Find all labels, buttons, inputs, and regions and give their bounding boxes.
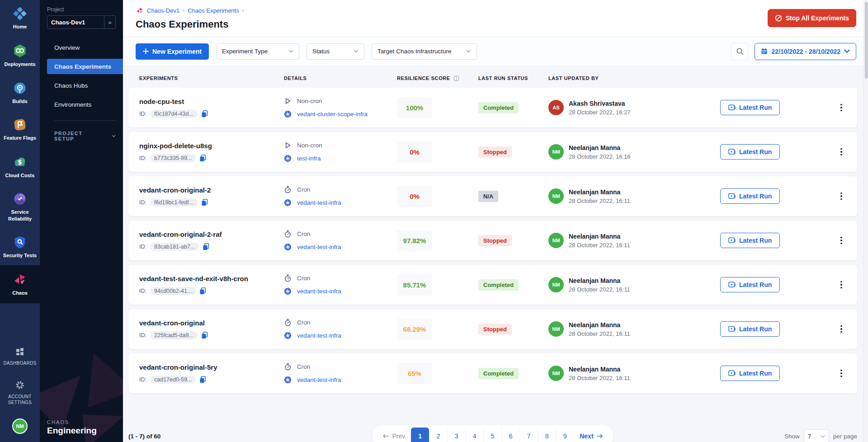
target-infrastructure-filter[interactable]: Target Chaos Infrastructure: [372, 43, 477, 60]
new-experiment-button[interactable]: New Experiment: [136, 43, 209, 60]
row-menu-kebab[interactable]: [835, 101, 848, 114]
latest-run-button[interactable]: Latest Run: [720, 366, 780, 381]
nav-item-chaos-experiments[interactable]: Chaos Experiments: [47, 59, 123, 74]
page-button[interactable]: 5: [483, 428, 501, 442]
infrastructure-link[interactable]: vedant-test-infra: [297, 332, 341, 339]
info-icon[interactable]: [453, 75, 459, 81]
experiment-type-filter[interactable]: Experiment Type: [216, 43, 299, 60]
latest-run-button[interactable]: Latest Run: [720, 277, 780, 292]
search-button[interactable]: [731, 43, 748, 60]
row-menu-kebab[interactable]: [835, 367, 848, 380]
experiment-name[interactable]: vedant-cron-original-2-raf: [139, 230, 284, 238]
sidebar-item-home[interactable]: Home: [0, 0, 40, 37]
service-reliability-icon: [13, 192, 27, 206]
next-page-button[interactable]: Next: [574, 428, 608, 442]
id-label: ID:: [139, 199, 146, 206]
sidebar-item-dashboards[interactable]: DASHBOARDS: [0, 339, 40, 373]
last-updated-timestamp: 28 October 2022, 16:27: [569, 109, 631, 116]
toolbar: New Experiment Experiment Type Status Ta…: [123, 37, 868, 66]
experiment-id: cad17ed0-59...: [150, 376, 196, 384]
row-menu-kebab[interactable]: [835, 146, 848, 158]
latest-run-button[interactable]: Latest Run: [720, 100, 780, 115]
sidebar-item-service-reliability[interactable]: Service Reliability: [0, 185, 40, 229]
copy-id-button[interactable]: [199, 376, 206, 383]
page-button[interactable]: 8: [538, 428, 556, 442]
project-panel-expand-button[interactable]: »: [104, 15, 116, 29]
page-button[interactable]: 1: [411, 428, 429, 442]
latest-run-button[interactable]: Latest Run: [720, 188, 780, 204]
row-menu-kebab[interactable]: [835, 234, 848, 247]
infrastructure-link[interactable]: test-infra: [297, 155, 321, 162]
last-updated-timestamp: 28 October 2022, 16:16: [569, 153, 631, 160]
run-preview-icon: [728, 237, 736, 244]
chaos-icon: [13, 272, 27, 287]
project-setup-label: PROJECT SETUP: [54, 131, 93, 141]
row-menu-kebab[interactable]: [835, 278, 848, 291]
resilience-score-value: 68.29%: [403, 325, 426, 333]
project-setup-toggle[interactable]: PROJECT SETUP: [54, 131, 116, 141]
sidebar-item-label: Feature Flags: [4, 135, 36, 141]
latest-run-button[interactable]: Latest Run: [720, 144, 780, 160]
row-menu-kebab[interactable]: [835, 323, 848, 335]
infrastructure-link[interactable]: vedant-test-infra: [297, 376, 341, 383]
page-button[interactable]: 7: [519, 428, 538, 442]
copy-icon: [199, 155, 206, 162]
sidebar-item-builds[interactable]: Builds: [0, 75, 40, 111]
sidebar-item-feature-flags[interactable]: Feature Flags: [0, 111, 40, 148]
status-filter[interactable]: Status: [307, 43, 364, 60]
vertical-scrollbar[interactable]: [863, 0, 868, 442]
experiment-name[interactable]: vedant-cron-original-5ry: [139, 363, 284, 371]
experiment-name[interactable]: node-cpu-test: [139, 98, 284, 105]
page-size-select[interactable]: 7: [804, 429, 829, 442]
sidebar-item-security-tests[interactable]: Security Tests: [0, 229, 40, 265]
scrollbar-thumb[interactable]: [865, 2, 868, 79]
brand: CHAOS Engineering: [47, 419, 97, 436]
page-buttons: 123456789: [411, 428, 574, 442]
copy-id-button[interactable]: [201, 332, 208, 339]
sidebar-item-chaos[interactable]: Chaos: [0, 265, 40, 303]
copy-id-button[interactable]: [201, 199, 208, 206]
row-menu-kebab[interactable]: [835, 190, 848, 202]
experiment-name[interactable]: vedant-test-save-nd-exit-v8h-cron: [139, 275, 284, 282]
infrastructure-link[interactable]: vedant-test-infra: [297, 244, 341, 250]
copy-id-button[interactable]: [199, 287, 206, 295]
breadcrumb-link-experiments[interactable]: Chaos Experiments: [188, 7, 239, 14]
pagination-range-label: (1 - 7) of 60: [128, 433, 373, 440]
sidebar-item-deployments[interactable]: Deployments: [0, 37, 40, 74]
sidebar-item-account-settings[interactable]: ACCOUNT SETTINGS: [0, 373, 40, 412]
page-button[interactable]: 3: [447, 428, 465, 442]
latest-run-button[interactable]: Latest Run: [720, 233, 780, 248]
experiment-name[interactable]: nginx-pod-delete-u8sg: [139, 142, 284, 150]
infrastructure-link[interactable]: vedant-test-infra: [297, 199, 341, 206]
experiment-name[interactable]: vedant-cron-original: [139, 319, 284, 327]
sidebar-item-cloud-costs[interactable]: $ Cloud Costs: [0, 148, 40, 185]
date-range-picker[interactable]: 22/10/2022 - 28/10/2022: [755, 43, 856, 60]
id-label: ID:: [139, 155, 146, 161]
user-avatar[interactable]: NM: [12, 418, 28, 434]
latest-run-label: Latest Run: [739, 370, 772, 377]
infrastructure-link[interactable]: vedant-cluster-scope-infra: [297, 111, 368, 118]
kubernetes-icon: [284, 199, 292, 207]
breadcrumb-link-project[interactable]: Chaos-Dev1: [147, 7, 179, 14]
pagination-bar: (1 - 7) of 60 Prev 123456789 Next Show 7: [128, 422, 857, 442]
project-selector-input[interactable]: [47, 15, 104, 29]
latest-run-label: Latest Run: [739, 325, 772, 333]
page-button[interactable]: 2: [429, 428, 447, 442]
latest-run-button[interactable]: Latest Run: [720, 321, 780, 337]
copy-id-button[interactable]: [203, 243, 209, 250]
copy-id-button[interactable]: [199, 155, 206, 162]
prev-page-button[interactable]: Prev: [377, 428, 411, 442]
filter-label: Target Chaos Infrastructure: [377, 48, 452, 55]
page-button[interactable]: 9: [556, 428, 574, 442]
page-button[interactable]: 6: [501, 428, 519, 442]
experiment-name[interactable]: vedant-cron-original-2: [139, 186, 284, 194]
copy-id-button[interactable]: [201, 110, 208, 118]
nav-item-chaos-hubs[interactable]: Chaos Hubs: [40, 78, 123, 93]
nav-item-overview[interactable]: Overview: [40, 40, 123, 55]
infrastructure-link[interactable]: vedant-test-infra: [297, 288, 341, 295]
stop-all-experiments-button[interactable]: Stop All Experiments: [768, 9, 856, 27]
new-experiment-label: New Experiment: [152, 48, 202, 55]
nav-item-environments[interactable]: Environments: [40, 97, 123, 112]
chevron-down-icon: [466, 50, 471, 53]
page-button[interactable]: 4: [465, 428, 483, 442]
